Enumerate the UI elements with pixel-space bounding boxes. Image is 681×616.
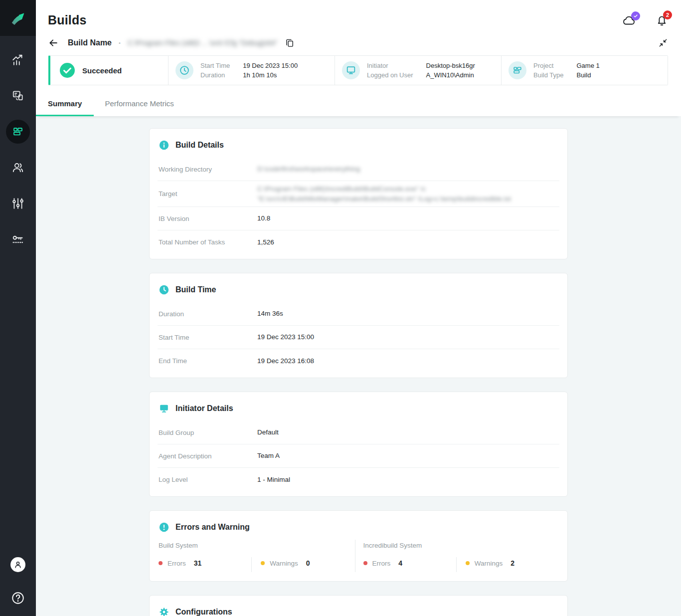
detail-row: Target C:\Program Files (x86)\IncrediBui… bbox=[158, 181, 559, 207]
collapse-button[interactable] bbox=[658, 38, 668, 48]
errors-stat: Errors 31 bbox=[159, 557, 251, 572]
sidebar-item-license[interactable] bbox=[0, 221, 36, 257]
warnings-stat: Warnings 2 bbox=[456, 557, 558, 572]
configurations-card: Configurations Build Cache Yes Cloud Hel… bbox=[149, 595, 568, 616]
total-tasks-value: 1,526 bbox=[257, 237, 274, 247]
gear-icon bbox=[159, 607, 170, 616]
users-icon bbox=[11, 161, 24, 174]
status-section: Succeeded bbox=[50, 56, 168, 85]
detail-row: IB Version 10.8 bbox=[158, 207, 559, 230]
back-button[interactable] bbox=[48, 37, 59, 48]
sidebar-nav bbox=[0, 42, 36, 257]
app-root: Builds 2 bbox=[0, 0, 681, 616]
initiator-label: Initiator bbox=[367, 62, 413, 69]
error-dot-icon bbox=[159, 561, 163, 565]
incredibuild-logo-icon bbox=[7, 7, 28, 28]
errors-warnings-header: Errors and Warning bbox=[158, 519, 559, 540]
warning-dot-icon bbox=[261, 561, 265, 565]
sidebar-active-indicator bbox=[6, 120, 30, 144]
initiator-value: Desktop-bsk16gr bbox=[426, 62, 475, 69]
monitor-filled-icon bbox=[159, 403, 170, 414]
builds-icon bbox=[12, 126, 24, 138]
start-time-label: Start Time bbox=[200, 62, 230, 69]
tab-performance-metrics[interactable]: Performance Metrics bbox=[105, 93, 173, 116]
warnings-count: 0 bbox=[306, 559, 310, 567]
help-icon bbox=[11, 591, 25, 605]
errors-label: Errors bbox=[168, 560, 186, 567]
duration-row-value: 14m 36s bbox=[257, 309, 283, 319]
agent-description-label: Agent Description bbox=[159, 452, 257, 460]
card-title: Build Time bbox=[175, 285, 216, 294]
user-avatar-icon bbox=[13, 560, 22, 569]
sidebar-item-builds[interactable] bbox=[0, 114, 36, 150]
insights-chart-icon bbox=[11, 53, 24, 66]
detail-row: Log Level 1 - Minimal bbox=[158, 468, 559, 491]
check-icon bbox=[633, 13, 638, 18]
back-arrow-icon bbox=[48, 37, 59, 48]
warnings-label: Warnings bbox=[475, 560, 503, 567]
initiator-details-card: Initiator Details Build Group Default Ag… bbox=[149, 392, 568, 497]
log-level-value: 1 - Minimal bbox=[257, 475, 290, 485]
info-icon bbox=[159, 140, 170, 151]
project-details: Project Game 1 Build Type Build bbox=[533, 62, 600, 79]
copy-icon bbox=[285, 38, 295, 48]
build-type-value: Build bbox=[576, 71, 599, 79]
copy-button[interactable] bbox=[285, 38, 295, 48]
time-details: Start Time 19 Dec 2023 15:00 Duration 1h… bbox=[200, 62, 298, 79]
initiator-section: Initiator Desktop-bsk16gr Logged on User… bbox=[335, 56, 501, 85]
ib-version-value: 10.8 bbox=[257, 213, 270, 223]
notifications-button[interactable]: 2 bbox=[656, 14, 668, 27]
clock-glyph bbox=[179, 65, 190, 76]
cloud-status-button[interactable] bbox=[622, 14, 637, 26]
total-tasks-label: Total Number of Tasks bbox=[159, 238, 257, 246]
notification-count-badge: 2 bbox=[663, 10, 672, 19]
build-name-label: Build Name bbox=[68, 38, 112, 47]
sidebar-item-users[interactable] bbox=[0, 150, 36, 186]
card-title: Errors and Warning bbox=[175, 523, 250, 532]
logged-on-user-value: A_WIN10\Admin bbox=[426, 71, 475, 79]
errors-warnings-body: Build System Errors 31 Warnings 0 bbox=[158, 540, 559, 576]
sidebar-item-agents[interactable] bbox=[0, 78, 36, 114]
user-avatar[interactable] bbox=[10, 557, 25, 572]
warnings-stat: Warnings 0 bbox=[251, 557, 353, 572]
end-time-row-label: End Time bbox=[159, 357, 257, 365]
build-type-label: Build Type bbox=[533, 71, 563, 79]
build-group-value: Default bbox=[257, 427, 279, 437]
status-text: Succeeded bbox=[82, 66, 122, 75]
sidebar-item-insights[interactable] bbox=[0, 42, 36, 78]
detail-row: Duration 14m 36s bbox=[158, 302, 559, 326]
settings-sliders-icon bbox=[11, 197, 24, 210]
tab-summary[interactable]: Summary bbox=[36, 93, 94, 116]
build-time-header: Build Time bbox=[158, 281, 559, 302]
cloud-check-badge bbox=[631, 11, 640, 20]
build-path-blurred: C:\Program Files (x86)\ ... \xml /Cfg "D… bbox=[128, 39, 278, 47]
breadcrumb: Build Name • C:\Program Files (x86)\ ...… bbox=[36, 27, 681, 48]
initiator-details: Initiator Desktop-bsk16gr Logged on User… bbox=[367, 62, 475, 79]
detail-row: Build Group Default bbox=[158, 421, 559, 444]
success-check-icon bbox=[59, 62, 75, 78]
app-logo[interactable] bbox=[0, 0, 36, 36]
card-title: Initiator Details bbox=[175, 404, 233, 413]
monitor-icon bbox=[342, 61, 360, 79]
project-section: Project Game 1 Build Type Build bbox=[501, 56, 668, 85]
license-key-icon bbox=[11, 233, 24, 246]
card-title: Build Details bbox=[175, 141, 224, 150]
log-level-label: Log Level bbox=[159, 476, 257, 483]
working-directory-value: D:\code\first\workspace\everything bbox=[257, 164, 360, 174]
group-stats: Errors 4 Warnings 2 bbox=[363, 557, 559, 572]
help-button[interactable] bbox=[11, 591, 25, 605]
logged-on-user-label: Logged on User bbox=[367, 71, 413, 79]
start-time-row-label: Start Time bbox=[159, 334, 257, 341]
detail-row: Start Time 19 Dec 2023 15:00 bbox=[158, 326, 559, 349]
errors-warnings-card: Errors and Warning Build System Errors 3… bbox=[149, 510, 568, 582]
errors-stat: Errors 4 bbox=[363, 557, 456, 572]
group-stats: Errors 31 Warnings 0 bbox=[159, 557, 354, 572]
errors-count: 4 bbox=[398, 559, 402, 567]
exclamation-icon bbox=[159, 522, 170, 533]
target-value: C:\Program Files (x86)\IncrediBuild\Buil… bbox=[257, 184, 526, 204]
page-header: Builds 2 bbox=[36, 0, 681, 27]
warning-dot-icon bbox=[466, 561, 470, 565]
configurations-header: Configurations bbox=[158, 604, 559, 616]
sidebar-item-settings[interactable] bbox=[0, 186, 36, 221]
time-section: Start Time 19 Dec 2023 15:00 Duration 1h… bbox=[168, 56, 335, 85]
